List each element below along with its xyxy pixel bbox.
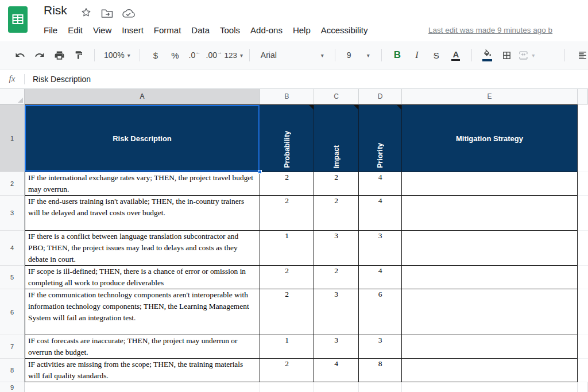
cell-E5[interactable] <box>402 266 578 289</box>
cell-D4[interactable]: 3 <box>359 231 402 266</box>
row-header-7[interactable]: 7 <box>0 335 25 359</box>
column-header-B[interactable]: B <box>260 89 314 104</box>
cell-C6[interactable]: 3 <box>314 289 359 335</box>
cell-A6[interactable]: IF the communication technology componen… <box>25 289 260 335</box>
cell-E6[interactable] <box>402 289 578 335</box>
cell-D9[interactable] <box>359 382 402 392</box>
column-header-D[interactable]: D <box>359 89 402 104</box>
undo-button[interactable] <box>10 46 30 64</box>
cell-A5[interactable]: IF scope is ill-defined; THEN, there is … <box>25 266 260 289</box>
cell-A9[interactable] <box>25 382 260 392</box>
cell-C2[interactable]: 2 <box>314 172 359 196</box>
row-header-8[interactable]: 8 <box>0 359 25 382</box>
cell-F9[interactable] <box>578 382 588 392</box>
cell-D1[interactable]: Priority <box>359 104 402 172</box>
cell-D8[interactable]: 8 <box>359 359 402 382</box>
horizontal-align-button[interactable] <box>571 46 588 64</box>
sheets-logo-icon[interactable] <box>8 6 28 35</box>
format-percent-button[interactable]: % <box>165 46 185 64</box>
menu-format[interactable]: Format <box>149 24 187 36</box>
row-header-6[interactable]: 6 <box>0 289 25 335</box>
menu-data[interactable]: Data <box>186 24 215 36</box>
menu-view[interactable]: View <box>88 24 117 36</box>
cell-E2[interactable] <box>402 172 578 196</box>
cell-E3[interactable] <box>402 196 578 231</box>
format-currency-button[interactable]: $ <box>146 46 165 64</box>
column-header-E[interactable]: E <box>402 89 578 104</box>
redo-button[interactable] <box>30 46 49 64</box>
cell-B5[interactable]: 2 <box>260 266 314 289</box>
last-edit-link[interactable]: Last edit was made 9 minutes ago b <box>428 26 552 34</box>
row-header-5[interactable]: 5 <box>0 266 25 289</box>
cell-F2[interactable] <box>578 172 588 196</box>
cell-F8[interactable] <box>578 359 588 382</box>
bold-button[interactable]: B <box>388 46 407 64</box>
document-title[interactable]: Risk <box>44 3 67 17</box>
cell-E7[interactable] <box>402 335 578 359</box>
cell-A1[interactable]: Risk Description <box>25 104 260 172</box>
column-header-A[interactable]: A <box>25 89 260 104</box>
print-button[interactable] <box>49 46 69 64</box>
menu-addons[interactable]: Add-ons <box>245 24 288 36</box>
cell-D3[interactable]: 4 <box>359 196 402 231</box>
column-header-C[interactable]: C <box>314 89 359 104</box>
cell-F6[interactable] <box>578 289 588 335</box>
row-header-1[interactable]: 1 <box>0 104 25 172</box>
cell-D5[interactable]: 4 <box>359 266 402 289</box>
cell-F4[interactable] <box>578 231 588 266</box>
cell-A2[interactable]: IF the international exchange rates vary… <box>25 172 260 196</box>
cell-D2[interactable]: 4 <box>359 172 402 196</box>
cell-F1[interactable] <box>578 104 588 172</box>
cell-C4[interactable]: 3 <box>314 231 359 266</box>
cell-F5[interactable] <box>578 266 588 289</box>
menu-tools[interactable]: Tools <box>215 24 245 36</box>
formula-input[interactable]: Risk Description <box>33 75 91 84</box>
borders-button[interactable] <box>497 46 517 64</box>
menu-edit[interactable]: Edit <box>63 24 88 36</box>
cell-E9[interactable] <box>402 382 578 392</box>
cell-C7[interactable]: 3 <box>314 335 359 359</box>
folder-move-icon[interactable] <box>101 8 113 18</box>
text-color-button[interactable]: A <box>446 46 466 64</box>
cloud-saved-icon[interactable] <box>121 9 136 18</box>
cell-F7[interactable] <box>578 335 588 359</box>
row-header-2[interactable]: 2 <box>0 172 25 196</box>
row-header-3[interactable]: 3 <box>0 196 25 231</box>
cell-B4[interactable]: 1 <box>260 231 314 266</box>
row-header-4[interactable]: 4 <box>0 231 25 266</box>
cell-A4[interactable]: IF there is a conflict between language … <box>25 231 260 266</box>
cell-A7[interactable]: IF cost forecasts are inaccurate; THEN, … <box>25 335 260 359</box>
increase-decimal-button[interactable]: .00 → <box>204 46 224 64</box>
cell-B8[interactable]: 2 <box>260 359 314 382</box>
column-header-F-partial[interactable] <box>578 89 588 104</box>
cell-D7[interactable]: 3 <box>359 335 402 359</box>
cell-A3[interactable]: IF the end-users training isn't availabl… <box>25 196 260 231</box>
cell-B6[interactable]: 2 <box>260 289 314 335</box>
cell-C1[interactable]: Impact <box>314 104 359 172</box>
cell-B3[interactable]: 2 <box>260 196 314 231</box>
cell-F3[interactable] <box>578 196 588 231</box>
cell-C5[interactable]: 2 <box>314 266 359 289</box>
zoom-select[interactable]: 100% ▾ <box>100 46 134 64</box>
decrease-decimal-button[interactable]: .0 ← <box>185 46 204 64</box>
paint-format-button[interactable] <box>69 46 88 64</box>
italic-button[interactable]: I <box>407 46 427 64</box>
strikethrough-button[interactable]: S <box>427 46 446 64</box>
star-icon[interactable] <box>80 7 92 18</box>
merge-cells-button[interactable]: ▾ <box>517 46 536 64</box>
cell-B2[interactable]: 2 <box>260 172 314 196</box>
select-all-corner[interactable] <box>0 89 25 104</box>
menu-insert[interactable]: Insert <box>117 24 149 36</box>
cell-E4[interactable] <box>402 231 578 266</box>
cell-C9[interactable] <box>314 382 359 392</box>
cell-C8[interactable]: 4 <box>314 359 359 382</box>
cell-D6[interactable]: 6 <box>359 289 402 335</box>
more-formats-button[interactable]: 123 ▾ <box>224 46 243 64</box>
font-family-select[interactable]: Arial ▾ <box>256 46 329 64</box>
cell-E1[interactable]: Mitigation Strategy <box>402 104 578 172</box>
row-header-9[interactable]: 9 <box>0 382 25 392</box>
cell-C3[interactable]: 2 <box>314 196 359 231</box>
cell-B7[interactable]: 1 <box>260 335 314 359</box>
cell-B9[interactable] <box>260 382 314 392</box>
fill-color-button[interactable] <box>478 46 497 64</box>
